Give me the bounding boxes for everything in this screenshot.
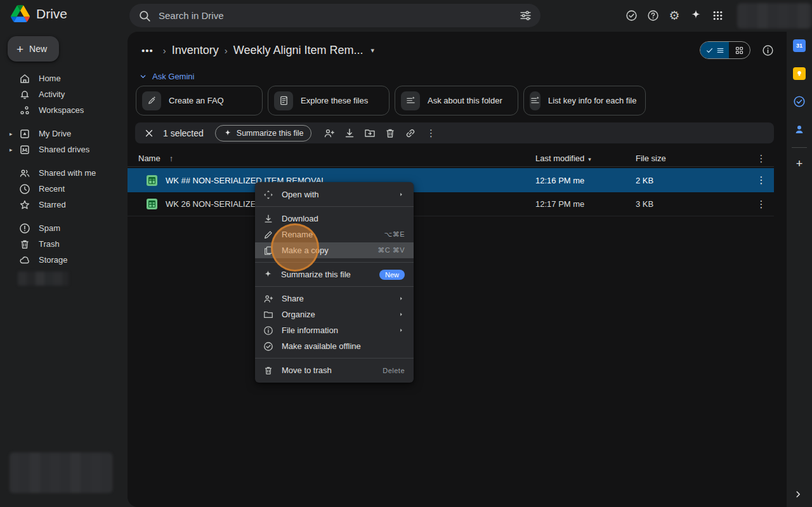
move-to-folder-button[interactable] bbox=[360, 123, 380, 143]
menu-item-make-available-offline[interactable]: Make available offline bbox=[255, 338, 414, 354]
info-icon bbox=[762, 44, 774, 56]
calendar-day: 31 bbox=[796, 43, 802, 49]
sidebar-item-shared-with-me[interactable]: Shared with me bbox=[0, 165, 128, 181]
expand-arrow-icon[interactable]: ▸ bbox=[10, 147, 13, 153]
menu-item-open-with[interactable]: Open with bbox=[255, 187, 414, 202]
menu-item-make-a-copy[interactable]: Make a copy ⌘C ⌘V bbox=[255, 242, 414, 258]
rail-divider bbox=[792, 147, 807, 148]
sidebar-item-my-drive[interactable]: ▸My Drive bbox=[0, 126, 128, 142]
menu-item-share[interactable]: Share bbox=[255, 291, 414, 306]
menu-label: Move to trash bbox=[282, 365, 374, 375]
menu-item-move-to-trash[interactable]: Move to trash Delete bbox=[255, 362, 414, 378]
hide-side-panel-button[interactable] bbox=[793, 489, 803, 499]
sidebar-item-recent[interactable]: Recent bbox=[0, 181, 128, 197]
file-row-selected[interactable]: WK ## NON-SERIALIZED ITEM REMOVAL 12:16 … bbox=[128, 168, 774, 192]
expand-arrow-icon[interactable]: ▸ bbox=[10, 131, 13, 137]
breadcrumb-current-folder[interactable]: Weekly Aligni Item Rem... bbox=[233, 44, 363, 57]
file-size: 3 KB bbox=[636, 199, 749, 209]
menu-item-download[interactable]: Download bbox=[255, 211, 414, 227]
column-header-modified[interactable]: Last modified bbox=[535, 154, 584, 163]
suggestion-ask-about-folder[interactable]: Ask about this folder bbox=[395, 86, 518, 115]
share-button[interactable] bbox=[319, 123, 339, 143]
suggestion-explore-files[interactable]: Explore these files bbox=[268, 86, 390, 115]
search-input[interactable] bbox=[159, 10, 512, 21]
row-more-actions-button[interactable]: ⋮ bbox=[749, 199, 774, 210]
list-view-button-active[interactable] bbox=[700, 42, 729, 58]
sidebar-item-starred[interactable]: Starred bbox=[0, 197, 128, 213]
header-more-options-button[interactable]: ⋮ bbox=[749, 153, 774, 164]
sidebar-item-activity[interactable]: Activity bbox=[0, 86, 128, 102]
new-button-label: New bbox=[29, 44, 47, 54]
sidebar-item-home[interactable]: Home bbox=[0, 70, 128, 86]
file-row[interactable]: WK 26 NON-SERIALIZED ITE 12:17 PM me 3 K… bbox=[128, 192, 774, 216]
main-panel: ••• › Inventory › Weekly Aligni Item Rem… bbox=[128, 32, 787, 507]
spam-icon bbox=[19, 223, 30, 234]
google-apps-grid-button[interactable] bbox=[707, 4, 728, 26]
view-toggle[interactable] bbox=[700, 41, 750, 59]
sidebar-item-trash[interactable]: Trash bbox=[0, 236, 128, 252]
person-icon bbox=[794, 124, 805, 135]
menu-item-rename[interactable]: Rename ⌥⌘E bbox=[255, 227, 414, 242]
sidebar-label: My Drive bbox=[39, 129, 71, 138]
settings-gear-button[interactable]: ⚙ bbox=[664, 4, 685, 26]
ask-gemini-label: Ask Gemini bbox=[152, 72, 194, 81]
drive-logo-icon bbox=[11, 5, 30, 22]
keep-app-icon[interactable] bbox=[793, 67, 806, 80]
download-button[interactable] bbox=[339, 123, 360, 143]
clock-icon bbox=[19, 183, 30, 195]
menu-item-summarize-this-file[interactable]: Summarize this file New bbox=[255, 267, 414, 282]
sparkle-icon bbox=[223, 129, 232, 138]
google-sheets-icon bbox=[147, 199, 157, 209]
shared-drives-icon bbox=[19, 144, 30, 155]
person-add-icon bbox=[263, 294, 273, 304]
drive-brand[interactable]: Drive bbox=[11, 5, 67, 22]
home-icon bbox=[19, 73, 30, 84]
offline-check-icon bbox=[263, 341, 273, 352]
folder-menu-caret-icon[interactable]: ▾ bbox=[371, 46, 375, 55]
column-header-name[interactable]: Name bbox=[138, 154, 160, 163]
chevron-right-icon bbox=[793, 489, 803, 499]
calendar-app-icon[interactable]: 31 bbox=[793, 39, 806, 52]
sidebar-item-workspaces[interactable]: Workspaces bbox=[0, 102, 128, 118]
breadcrumb-ellipsis-button[interactable]: ••• bbox=[138, 45, 157, 56]
details-info-button[interactable] bbox=[762, 44, 774, 56]
summarize-file-button[interactable]: Summarize this file bbox=[215, 125, 312, 142]
contacts-app-icon[interactable] bbox=[793, 123, 806, 136]
breadcrumb: ••• › Inventory › Weekly Aligni Item Rem… bbox=[138, 41, 774, 60]
sidebar-item-spam[interactable]: Spam bbox=[0, 220, 128, 236]
suggestion-list-key-info[interactable]: List key info for each file bbox=[523, 86, 646, 115]
trash-button[interactable] bbox=[380, 123, 400, 143]
trash-icon bbox=[263, 365, 273, 376]
column-header-size[interactable]: File size bbox=[636, 154, 666, 163]
menu-label: File information bbox=[282, 326, 390, 335]
menu-shortcut: ⌥⌘E bbox=[384, 230, 405, 239]
breadcrumb-parent-link[interactable]: Inventory bbox=[172, 44, 219, 57]
search-options-icon[interactable] bbox=[520, 10, 532, 22]
toolbar-more-actions-button[interactable]: ⋮ bbox=[421, 123, 441, 143]
sidebar-label: Starred bbox=[39, 200, 66, 209]
grid-view-icon bbox=[735, 46, 744, 55]
menu-label: Rename bbox=[282, 230, 376, 239]
sort-ascending-icon[interactable]: ↑ bbox=[169, 154, 174, 163]
suggestion-create-faq[interactable]: Create an FAQ bbox=[136, 86, 263, 115]
menu-label: Summarize this file bbox=[281, 270, 371, 279]
sidebar-item-shared-drives[interactable]: ▸Shared drives bbox=[0, 142, 128, 157]
copy-link-button[interactable] bbox=[400, 123, 421, 143]
new-button[interactable]: + New bbox=[8, 36, 59, 62]
search-bar[interactable] bbox=[129, 4, 540, 27]
row-more-actions-button[interactable]: ⋮ bbox=[749, 174, 774, 186]
offline-status-button[interactable] bbox=[620, 4, 642, 26]
account-avatar-redacted[interactable] bbox=[737, 3, 812, 29]
clear-selection-button[interactable] bbox=[140, 124, 158, 142]
star-icon bbox=[19, 199, 30, 211]
add-addon-button[interactable]: + bbox=[793, 157, 806, 170]
menu-item-organize[interactable]: Organize bbox=[255, 306, 414, 322]
grid-view-button[interactable] bbox=[729, 42, 750, 58]
help-button[interactable] bbox=[642, 4, 664, 26]
ask-gemini-toggle[interactable]: Ask Gemini bbox=[139, 70, 194, 82]
menu-label: Share bbox=[282, 294, 390, 303]
menu-item-file-information[interactable]: File information bbox=[255, 322, 414, 338]
tasks-app-icon[interactable] bbox=[793, 95, 806, 108]
sidebar-item-storage[interactable]: Storage bbox=[0, 252, 128, 268]
gemini-sparkle-button[interactable] bbox=[685, 4, 707, 26]
